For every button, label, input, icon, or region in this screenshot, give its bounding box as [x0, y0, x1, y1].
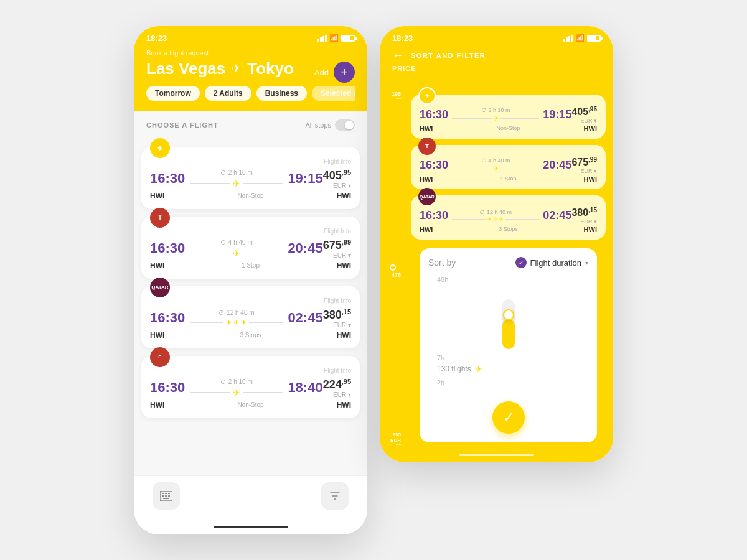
duration-slider-area: [443, 287, 573, 349]
currency: EUR ▾: [323, 322, 351, 329]
to-city: Tokyo: [247, 59, 294, 78]
p2-duration-val: ⏱ 12 h 40 m: [479, 209, 512, 215]
flight-card[interactable]: QATAR Flight Info 16:30 ⏱ 12 h 40 m ✈ ✈ …: [141, 286, 360, 348]
p2-arr-airport: HWI: [584, 226, 597, 233]
add-flight-button[interactable]: +: [334, 62, 355, 83]
chip-adults[interactable]: 2 Adults: [205, 86, 251, 101]
currency: EUR ▾: [323, 252, 351, 259]
p2-flight-list: ✈ 16:30 ⏱ 2 h 10 m ✈: [403, 86, 613, 450]
p2-duration-val: ⏱ 4 h 40 m: [481, 157, 510, 164]
p2-plane-icon: ✈ ✈ ✈: [487, 217, 503, 222]
flight-plane-icon: ✈: [233, 248, 240, 258]
dep-time: 16:30: [150, 310, 185, 326]
currency: EUR ▾: [323, 391, 351, 398]
route-add-row: Las Vegas ✈ Tokyo Add +: [146, 59, 355, 86]
p2-dep-airport: HWI: [420, 125, 433, 133]
sort-option[interactable]: ✓ Flight duration ▾: [515, 257, 588, 268]
flights-arrow-icon: ✈: [475, 364, 482, 374]
p2-arr-time: 02:45: [543, 209, 571, 222]
price-display: 675,99: [323, 238, 351, 252]
svg-text:✈: ✈: [425, 93, 430, 99]
all-stops-toggle[interactable]: All stops: [305, 119, 355, 131]
flight-label: Flight Info: [150, 228, 351, 235]
add-label: Add: [314, 68, 329, 77]
route-display: Las Vegas ✈ Tokyo: [146, 59, 294, 78]
flight-label: Flight Info: [150, 297, 351, 304]
svg-rect-3: [162, 493, 164, 494]
flight-info-1: 16:30 ⏱ 2 h 10 m ✈ 1: [150, 169, 351, 189]
airline-logo-lufthansa: ✈: [150, 138, 170, 158]
back-button[interactable]: ←: [392, 49, 403, 62]
p2-flight-card-2[interactable]: T 16:30 ⏱ 4 h 40 m ✈ 20: [411, 145, 606, 189]
flights-info: 130 flights ✈: [437, 364, 580, 374]
svg-rect-9: [163, 498, 169, 499]
scale-dot-475: [390, 264, 396, 271]
price-display: 405,95: [323, 169, 351, 182]
scale-value-475: 475: [385, 272, 401, 278]
p2-flight-card-3[interactable]: QATAR 16:30 ⏱ 12 h 40 m ✈ ✈ ✈: [411, 195, 606, 240]
p2-price: 675,99: [571, 156, 597, 168]
clock-icon: ⏱: [218, 309, 225, 316]
chip-selected[interactable]: Selected ai: [312, 86, 355, 101]
duration-bar[interactable]: [502, 299, 515, 349]
stops: Non-Stop: [164, 192, 336, 199]
clock-icon: ⏱: [220, 169, 227, 176]
currency: EUR ▾: [323, 182, 351, 189]
p2-flight-card-1[interactable]: ✈ 16:30 ⏱ 2 h 10 m ✈: [411, 95, 606, 139]
sort-check-icon: ✓: [515, 257, 527, 268]
price-display: 224,95: [323, 378, 351, 391]
flight-list-header: CHOOSE A FLIGHT All stops: [134, 111, 367, 137]
nav-row: ← SORT AND FILTER: [392, 49, 601, 62]
time-1: 18:23: [146, 34, 167, 43]
dep-time: 16:30: [150, 170, 185, 187]
flight-plane-icon: ✈ ✈ ✈: [226, 319, 247, 327]
p2-currency: EUR ▾: [571, 168, 597, 174]
chip-tomorrow[interactable]: Tomorrow: [146, 86, 200, 101]
airline-logo-qatar: QATAR: [150, 278, 170, 297]
slider-thumb[interactable]: [503, 309, 514, 320]
p2-arr-time: 20:45: [543, 159, 571, 172]
stops: Non-Stop: [164, 401, 336, 408]
sort-filter-header: ← SORT AND FILTER PRICE: [380, 47, 613, 86]
signal-icon-2: [563, 35, 573, 42]
flight-search-header: Book a flight request Las Vegas ✈ Tokyo …: [134, 47, 367, 111]
flight-card[interactable]: E Flight Info 16:30 ⏱ 2 h 10 m ✈: [141, 356, 360, 418]
signal-icon-1: [317, 35, 327, 42]
p2-airline-logo-lufthansa: ✈: [418, 87, 436, 105]
toggle-label: All stops: [305, 121, 331, 129]
p2-dep-time: 16:30: [420, 159, 448, 172]
p2-dep-time: 16:30: [420, 108, 448, 121]
dep-time: 16:30: [150, 380, 185, 396]
arr-time: 02:45: [288, 310, 322, 326]
dep-airport: HWI: [150, 261, 164, 270]
filter-chips: Tomorrow 2 Adults Business Selected ai: [146, 86, 355, 101]
p2-plane-icon: ✈: [493, 165, 499, 173]
flight-card[interactable]: ✈ Flight Info 16:30 ⏱ 2 h 10 m ✈: [141, 147, 360, 209]
phone2-sort-filter: 18:23 📶 ← SORT AND FILTER PRICE: [380, 26, 613, 463]
confirm-button[interactable]: ✓: [492, 401, 525, 434]
wifi-icon-1: 📶: [329, 34, 339, 42]
sort-option-label: Flight duration: [530, 258, 581, 268]
flight-plane-icon: ✈: [233, 388, 240, 398]
toggle-switch[interactable]: [335, 119, 355, 131]
keyboard-button[interactable]: [153, 482, 180, 510]
filter-button[interactable]: [321, 482, 349, 510]
flight-label: Flight Info: [150, 367, 351, 374]
p2-plane-icon: ✈: [493, 114, 499, 123]
chip-class[interactable]: Business: [256, 86, 307, 101]
arr-time: 18:40: [288, 380, 322, 396]
duration-section: 48h: [428, 276, 588, 395]
scale-value-895: 895 EUR: [385, 432, 401, 443]
clock-icon: ⏱: [220, 239, 227, 246]
flight-plane-icon: ✈: [233, 179, 240, 189]
flight-cards-area: ✈ Flight Info 16:30 ⏱ 2 h 10 m ✈: [134, 137, 367, 475]
arr-time: 19:15: [288, 170, 322, 187]
flight-card[interactable]: T Flight Info 16:30 ⏱ 4 h 40 m ✈: [141, 217, 360, 279]
arr-airport: HWI: [337, 261, 351, 270]
wifi-icon-2: 📶: [575, 34, 585, 42]
status-bar-1: 18:23 📶: [134, 26, 367, 47]
price-scale: 195 475 895 EUR: [380, 86, 403, 450]
p2-dep-time: 16:30: [420, 209, 448, 222]
p2-stops: 3 Stops: [433, 226, 583, 233]
p2-airline-logo-qatar: QATAR: [418, 188, 436, 205]
